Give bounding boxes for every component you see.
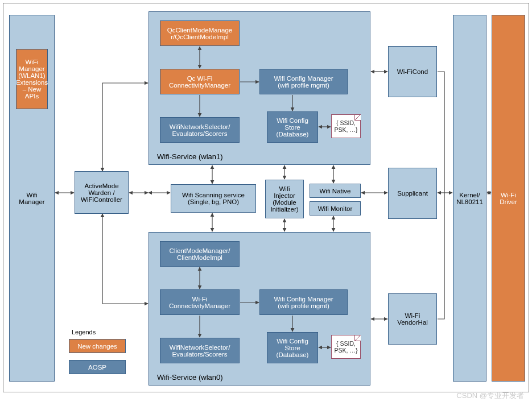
native-box: Wifi Native [310, 184, 361, 198]
active-mode-box: ActiveModeWarden /WiFiController [75, 171, 129, 214]
qc-client-mode-box: QcClientModeManager/QcClientModeImpl [160, 20, 240, 46]
kernel-column: Kernel/NL80211 [453, 15, 486, 382]
supplicant-label: Supplicant [397, 190, 428, 197]
driver-label: Wi-FiDriver [500, 192, 517, 205]
supplicant-box: Supplicant [388, 168, 437, 219]
wlan0-selector-box: WifiNetworkSelector/Evaulators/Scorers [160, 338, 240, 363]
qc-conn-mgr-label: Qc Wi-FiConnectivityManager [169, 75, 230, 89]
wlan1-label: Wifi-Service (wlan1) [157, 152, 223, 161]
client-mode-label: ClientModeManager/ClientModeImpl [170, 247, 230, 261]
monitor-box: Wifi Monitor [310, 201, 361, 215]
legend-aosp-label: AOSP [88, 364, 106, 371]
legend-aosp-box: AOSP [69, 360, 126, 374]
wlan1-selector-label: WifiNetworkSelector/Evaulators/Scorers [170, 123, 230, 137]
wlan1-ssid-doc: { SSID,PSK, …} [331, 114, 361, 138]
scanning-label: Wifi Scanning service(Single, bg, PNO) [182, 192, 245, 205]
wificond-box: Wi-FiCond [388, 46, 437, 97]
legend-new-label: New changes [77, 343, 117, 350]
wlan1-cfgmgr-label: Wifi Config Manager(wifi profile mgmt) [274, 75, 333, 89]
wlan1-selector-box: WifiNetworkSelector/Evaulators/Scorers [160, 117, 240, 143]
client-mode-box: ClientModeManager/ClientModeImpl [160, 241, 240, 267]
wifi-manager-ext-label: WiFiManager(WLAN1)Extensions– New APIs [16, 59, 48, 100]
wlan1-ssid-label: { SSID,PSK, …} [335, 119, 358, 133]
wlan0-ssid-doc: { SSID,PSK, …} [331, 335, 361, 359]
vendorhal-label: Wi-FiVendorHal [397, 312, 428, 326]
wlan0-selector-label: WifiNetworkSelector/Evaulators/Scorers [170, 344, 230, 358]
legend-new-box: New changes [69, 339, 126, 353]
wlan0-cfgstore-box: Wifi ConfigStore(Database) [267, 332, 318, 363]
native-label: Wifi Native [320, 188, 351, 194]
injector-label: WifiInjector(ModuleInitializer) [270, 185, 298, 213]
active-mode-label: ActiveModeWarden /WiFiController [81, 183, 122, 203]
monitor-label: Wifi Monitor [318, 205, 353, 212]
wlan0-label: Wifi-Service (wlan0) [157, 373, 223, 382]
driver-column: Wi-FiDriver [492, 15, 525, 382]
wifi-manager-label: WifiManager [19, 192, 44, 205]
wlan0-cfgmgr-label: Wifi Config Manager(wifi profile mgmt) [274, 296, 333, 309]
wlan1-cfgmgr-box: Wifi Config Manager(wifi profile mgmt) [259, 69, 348, 94]
wificond-label: Wi-FiCond [397, 68, 428, 75]
injector-box: WifiInjector(ModuleInitializer) [265, 180, 304, 218]
wlan0-cfgstore-label: Wifi ConfigStore(Database) [277, 338, 309, 358]
conn-mgr-label: Wi-FiConnectivityManager [169, 296, 230, 309]
qc-conn-mgr-box: Qc Wi-FiConnectivityManager [160, 69, 240, 94]
scanning-box: Wifi Scanning service(Single, bg, PNO) [171, 184, 256, 213]
legend-title: Legends [72, 329, 96, 335]
watermark-text: CSDN @专业开发者 [456, 391, 524, 401]
vendorhal-box: Wi-FiVendorHal [388, 293, 437, 345]
wlan1-cfgstore-label: Wifi ConfigStore(Database) [277, 117, 309, 138]
wlan0-ssid-label: { SSID,PSK, …} [335, 340, 358, 354]
wifi-manager-ext-box: WiFiManager(WLAN1)Extensions– New APIs [16, 49, 48, 109]
diagram-frame: WifiManager WiFiManager(WLAN1)Extensions… [3, 3, 529, 392]
qc-client-mode-label: QcClientModeManager/QcClientModeImpl [167, 27, 232, 40]
wlan0-cfgmgr-box: Wifi Config Manager(wifi profile mgmt) [259, 289, 348, 315]
wlan1-cfgstore-box: Wifi ConfigStore(Database) [267, 111, 318, 143]
kernel-label: Kernel/NL80211 [456, 192, 483, 205]
conn-mgr-box: Wi-FiConnectivityManager [160, 289, 240, 315]
